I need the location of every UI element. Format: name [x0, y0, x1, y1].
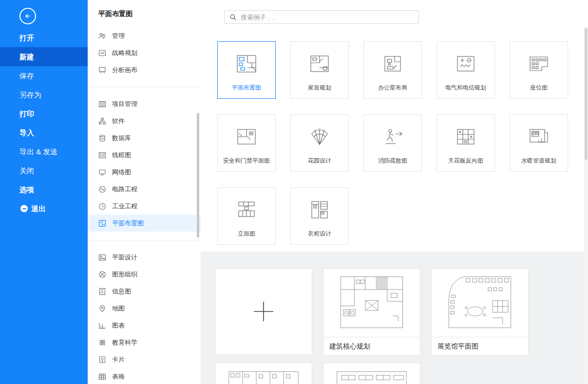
new-blank-document-card[interactable] — [215, 268, 312, 355]
main-scrollbar-thumb[interactable] — [585, 28, 588, 160]
category-label: 软件 — [112, 117, 125, 126]
template-label: 天花板反向图 — [448, 157, 483, 165]
seating-chart-template-icon — [526, 49, 551, 79]
database-icon — [98, 134, 106, 142]
floor-plan-drawing — [438, 274, 521, 331]
category-item-chart[interactable]: 图表 — [88, 317, 201, 334]
category-item-table[interactable]: 表格 — [88, 368, 201, 384]
office-layout-template-icon — [380, 49, 405, 79]
plus-icon — [253, 301, 274, 322]
template-card-plumbing[interactable]: 水暖管道规划 — [510, 114, 568, 172]
sidebar-item-options[interactable]: 选项 — [0, 180, 88, 199]
category-item-floor-plan[interactable]: 平面布置图 — [88, 215, 201, 232]
back-button[interactable] — [19, 8, 36, 24]
left-arrow-icon — [23, 12, 32, 20]
category-panel: 平面布置图 管理 战略规划 分析画布 项目管理 软件 数据库 线框图 — [88, 0, 201, 384]
category-item-database[interactable]: 数据库 — [88, 129, 201, 146]
table-icon — [98, 373, 106, 381]
category-label: 数据库 — [112, 134, 131, 143]
monitor-icon — [98, 168, 106, 176]
category-scrollbar[interactable] — [197, 113, 199, 238]
example-card-building-core[interactable]: 建筑核心规划 — [323, 268, 420, 355]
search-bar[interactable] — [224, 10, 419, 24]
template-label: 平面布置图 — [232, 84, 261, 92]
template-label: 家居规划 — [308, 84, 331, 92]
sidebar-item-save[interactable]: 保存 — [0, 66, 88, 85]
floor-plan-drawing — [222, 369, 305, 384]
template-card-garden-design[interactable]: 花园设计 — [290, 114, 349, 172]
category-item-software[interactable]: 软件 — [88, 112, 201, 129]
search-input[interactable] — [241, 14, 414, 21]
category-item-project-management[interactable]: 项目管理 — [88, 95, 201, 112]
fire-evacuation-template-icon — [380, 122, 405, 152]
category-item-map[interactable]: 地图 — [88, 300, 201, 317]
example-title: 展览馆平面图 — [432, 337, 528, 355]
electrical-telecom-template-icon — [453, 49, 478, 79]
category-item-wireframe[interactable]: 线框图 — [88, 146, 201, 164]
example-card-exhibition-hall[interactable]: 展览馆平面图 — [431, 268, 529, 355]
category-item-management[interactable]: 管理 — [88, 27, 201, 44]
category-label: 平面布置图 — [112, 219, 144, 228]
template-card-floor-plan[interactable]: 平面布置图 — [217, 41, 276, 99]
category-item-industrial-engineering[interactable]: 工业工程 — [88, 198, 201, 215]
category-item-strategic-planning[interactable]: 战略规划 — [88, 44, 201, 61]
sidebar-item-new[interactable]: 新建 — [0, 47, 88, 66]
picture-icon — [98, 254, 106, 261]
document-chart-icon — [98, 288, 106, 295]
category-label: 分析画布 — [112, 66, 137, 74]
sidebar-item-import[interactable]: 导入 — [0, 123, 88, 142]
elevation-template-icon — [234, 195, 259, 225]
plumbing-template-icon — [526, 122, 551, 152]
template-label: 花园设计 — [308, 157, 331, 165]
category-item-graphic-organizer[interactable]: 图形组织 — [88, 266, 201, 283]
category-item-analysis-canvas[interactable]: 分析画布 — [88, 61, 201, 78]
template-card-security-access[interactable]: 安全和门禁平面图 — [217, 114, 276, 172]
atom-icon — [98, 339, 106, 347]
sidebar-item-export-send[interactable]: 导出 & 发送 — [0, 142, 88, 161]
template-card-fire-evacuation[interactable]: 消防疏散图 — [363, 114, 422, 172]
sidebar-item-save-as[interactable]: 另存为 — [0, 85, 88, 104]
divider — [88, 87, 201, 87]
template-label: 座位图 — [530, 84, 548, 92]
category-item-circuit-engineering[interactable]: 电路工程 — [88, 181, 201, 198]
template-label: 立面图 — [238, 230, 255, 238]
category-label: 教育科学 — [112, 338, 137, 347]
sidebar-nav: 打开 新建 保存 另存为 打印 导入 导出 & 发送 关闭 选项 退出 — [0, 28, 88, 218]
template-card-elevation[interactable]: 立面图 — [217, 187, 276, 245]
sine-wave-icon — [98, 185, 106, 193]
category-label: 图表 — [112, 321, 125, 330]
floor-plan-template-icon — [234, 49, 259, 79]
search-icon — [229, 14, 237, 21]
template-card-wardrobe-design[interactable]: 衣柜设计 — [290, 187, 349, 245]
template-card-office-layout[interactable]: 办公室布局 — [363, 41, 422, 99]
category-label: 工业工程 — [112, 202, 137, 211]
template-card-home-planning[interactable]: 家居规划 — [290, 41, 349, 99]
template-label: 消防疏散图 — [378, 157, 407, 165]
category-item-card[interactable]: 卡片 — [88, 351, 201, 368]
category-label: 卡片 — [112, 355, 125, 364]
template-grid: 平面布置图 家居规划 办公室布局 电气和电信规划 座位图 安全和门禁平面图 花园… — [217, 41, 573, 245]
example-card-partial-1[interactable] — [215, 363, 312, 384]
sidebar-item-close[interactable]: 关闭 — [0, 161, 88, 180]
card-icon — [98, 356, 106, 364]
template-card-electrical-telecom[interactable]: 电气和电信规划 — [436, 41, 495, 99]
template-card-seating-chart[interactable]: 座位图 — [510, 41, 568, 99]
template-card-reflected-ceiling[interactable]: 天花板反向图 — [436, 114, 495, 172]
floor-plan-drawing — [330, 369, 413, 384]
file-menu-sidebar: 打开 新建 保存 另存为 打印 导入 导出 & 发送 关闭 选项 退出 — [0, 0, 88, 384]
minus-circle-icon — [20, 205, 28, 212]
sidebar-item-open[interactable]: 打开 — [0, 28, 88, 47]
example-card-partial-2[interactable] — [323, 363, 420, 384]
app-window: 打开 新建 保存 另存为 打印 导入 导出 & 发送 关闭 选项 退出 平面布置… — [0, 0, 588, 384]
category-item-graphic-design[interactable]: 平面设计 — [88, 249, 201, 266]
category-label: 表格 — [112, 372, 125, 381]
floor-plan-drawing — [330, 274, 413, 331]
people-icon — [98, 32, 106, 40]
category-item-infographic[interactable]: 信息图 — [88, 283, 201, 300]
category-item-education-science[interactable]: 教育科学 — [88, 334, 201, 351]
sidebar-item-exit[interactable]: 退出 — [0, 199, 88, 218]
category-label: 线框图 — [112, 151, 131, 160]
category-label: 平面设计 — [112, 253, 137, 262]
category-item-network[interactable]: 网络图 — [88, 164, 201, 181]
sidebar-item-print[interactable]: 打印 — [0, 104, 88, 123]
